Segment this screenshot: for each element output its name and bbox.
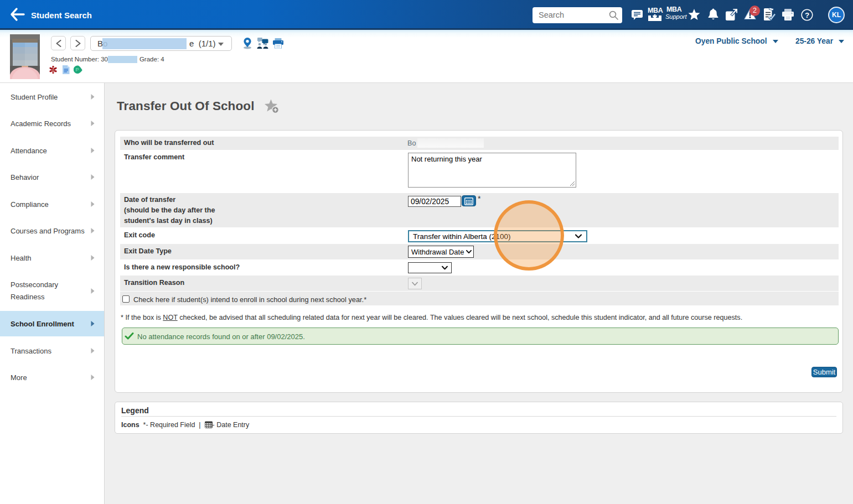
svg-text:P: P [76,67,79,72]
svg-text:?: ? [805,11,809,19]
